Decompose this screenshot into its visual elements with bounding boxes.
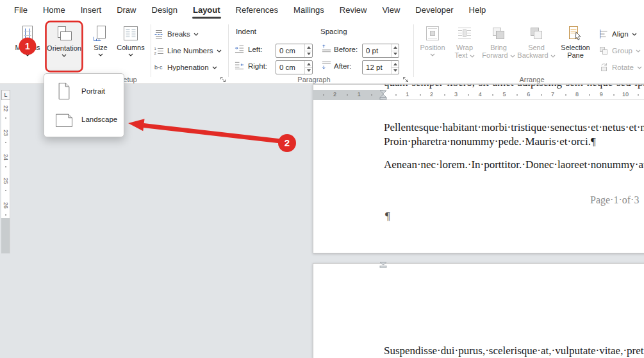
ruler-tick xyxy=(5,190,6,191)
page-break-icon xyxy=(154,29,164,39)
chevron-down-icon xyxy=(194,33,199,36)
spacing-after-label: After: xyxy=(334,62,351,70)
tab-mailings[interactable]: Mailings xyxy=(286,0,332,19)
orientation-icon xyxy=(56,26,72,42)
tab-developer[interactable]: Developer xyxy=(408,0,461,19)
tab-home[interactable]: Home xyxy=(35,0,73,19)
document-text-line[interactable]: Pellentesque·habitant·morbi·tristique·se… xyxy=(384,121,644,134)
ruler-tick xyxy=(541,94,542,96)
wrap-text-icon xyxy=(456,25,473,42)
columns-icon xyxy=(122,25,139,42)
document-text-line[interactable]: Aenean·nec·lorem.·In·porttitor.·Donec·la… xyxy=(384,158,644,171)
tab-file[interactable]: File xyxy=(6,0,35,19)
v-ruler: 2223242526 xyxy=(1,100,10,253)
up-arrow-icon xyxy=(393,63,397,65)
ruler-tick xyxy=(323,94,324,96)
portrait-label: Portrait xyxy=(76,87,105,95)
landscape-label: Landscape xyxy=(76,115,117,123)
tab-insert[interactable]: Insert xyxy=(73,0,110,19)
spacing-before-stepper[interactable]: 0 pt xyxy=(362,44,399,58)
align-button[interactable]: Align xyxy=(599,27,637,41)
tab-stop-selector[interactable]: L xyxy=(1,90,10,100)
tab-layout[interactable]: Layout xyxy=(185,0,228,19)
tab-references[interactable]: References xyxy=(228,0,286,19)
indent-section-title: Indent xyxy=(236,28,256,35)
position-button[interactable]: Position xyxy=(418,22,447,71)
ruler-margin-segment xyxy=(1,218,10,253)
ruler-tick xyxy=(638,94,639,96)
group-objects-button[interactable]: Group xyxy=(599,44,641,58)
bring-forward-button[interactable]: Bring Forward xyxy=(482,22,515,71)
page-number-field[interactable]: Page·1·of·3 xyxy=(590,194,639,206)
selection-pane-button[interactable]: Selection Pane xyxy=(559,22,592,71)
size-button[interactable]: Size xyxy=(88,22,113,71)
up-arrow-icon xyxy=(393,46,397,49)
indent-right-stepper[interactable]: 0 cm xyxy=(276,60,313,74)
indent-left-value[interactable]: 0 cm xyxy=(276,44,304,57)
breaks-button[interactable]: Breaks xyxy=(154,27,199,41)
indent-marker-icon[interactable] xyxy=(379,262,387,268)
group-label-arrange: Arrange xyxy=(490,76,574,83)
ruler-number: 1 xyxy=(406,91,409,98)
indent-right-icon xyxy=(235,60,244,70)
spacing-before-icon xyxy=(322,44,331,53)
wrap-text-label-line2: Text xyxy=(454,51,467,59)
document-page-1[interactable]: quam·semper·libero,·sit·amet·adipiscing·… xyxy=(313,84,644,253)
chevron-down-icon xyxy=(25,53,30,56)
stepper-up-button[interactable] xyxy=(392,44,399,51)
tab-design[interactable]: Design xyxy=(144,0,185,19)
line-numbers-icon: 1 2 xyxy=(154,46,164,56)
hyphenation-button[interactable]: b-c Hyphenation xyxy=(154,60,217,74)
group-separator xyxy=(151,24,151,77)
menu-item-portrait[interactable]: Portrait xyxy=(44,77,124,105)
paragraph-mark[interactable]: ¶ xyxy=(385,210,390,223)
bring-forward-label-line2: Forward xyxy=(482,51,508,59)
group-label-paragraph: Paragraph xyxy=(272,76,356,83)
columns-button[interactable]: Columns xyxy=(115,22,146,71)
rotate-button[interactable]: Rotate xyxy=(599,60,642,74)
stepper-up-button[interactable] xyxy=(392,61,399,68)
margin-indent-marker[interactable] xyxy=(379,90,388,100)
ruler-number: 25 xyxy=(3,178,9,184)
ruler-number: 5 xyxy=(502,91,506,98)
position-label: Position xyxy=(420,44,445,51)
spacing-after-stepper[interactable]: 12 pt xyxy=(362,60,399,74)
document-text-line[interactable]: Proin·pharetra·nonummy·pede.·Mauris·et·o… xyxy=(384,135,596,148)
margins-button[interactable]: Margins xyxy=(13,22,42,71)
stepper-down-button[interactable] xyxy=(392,51,399,58)
tab-review[interactable]: Review xyxy=(332,0,375,19)
chevron-down-icon xyxy=(217,49,222,53)
spacing-before-value[interactable]: 0 pt xyxy=(363,44,391,57)
line-numbers-button[interactable]: 1 2 Line Numbers xyxy=(154,44,222,58)
up-arrow-icon xyxy=(307,46,311,49)
tab-draw[interactable]: Draw xyxy=(109,0,144,19)
ruler-tick xyxy=(5,142,6,143)
orientation-button[interactable]: Orientation xyxy=(46,22,82,71)
indent-right-value[interactable]: 0 cm xyxy=(276,61,304,74)
ruler-tick xyxy=(516,94,518,96)
margins-icon xyxy=(19,25,36,42)
page-size-icon xyxy=(92,25,109,42)
stepper-up-button[interactable] xyxy=(305,61,312,68)
tab-view[interactable]: View xyxy=(374,0,408,19)
indent-left-stepper[interactable]: 0 cm xyxy=(276,44,313,58)
stepper-up-button[interactable] xyxy=(305,44,312,51)
document-text-line[interactable]: Suspendisse·dui·purus,·scelerisque·at,·v… xyxy=(384,345,644,357)
tab-help[interactable]: Help xyxy=(461,0,494,19)
ruler-tick xyxy=(444,94,445,96)
stepper-down-button[interactable] xyxy=(305,51,312,58)
spacing-after-value[interactable]: 12 pt xyxy=(363,61,391,74)
group-objects-label: Group xyxy=(612,47,632,55)
rotate-icon xyxy=(599,62,609,72)
send-backward-button[interactable]: Send Backward xyxy=(518,22,555,71)
ruler-text-segment xyxy=(383,90,644,100)
wrap-text-button[interactable]: Wrap Text xyxy=(450,22,479,71)
portrait-page-icon xyxy=(56,82,72,100)
menu-item-landscape[interactable]: Landscape xyxy=(44,105,124,133)
document-page-2[interactable]: Suspendisse·dui·purus,·scelerisque·at,·v… xyxy=(313,263,644,358)
ruler-number: 26 xyxy=(3,202,9,209)
stepper-down-button[interactable] xyxy=(392,68,399,74)
stepper-down-button[interactable] xyxy=(305,68,312,74)
page-setup-dialog-launcher[interactable] xyxy=(220,76,227,83)
paragraph-dialog-launcher[interactable] xyxy=(402,76,409,83)
